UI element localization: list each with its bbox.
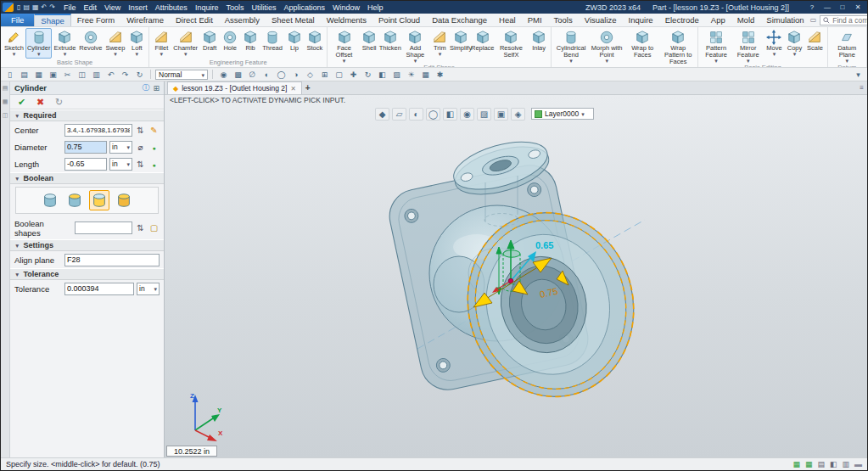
pmi-display-icon[interactable]: ▣ <box>494 108 508 121</box>
menu-window[interactable]: Window <box>333 3 360 12</box>
assembly-panel-icon[interactable]: ◫ <box>3 112 8 119</box>
ribbon-tab-point-cloud[interactable]: Point Cloud <box>372 14 426 26</box>
history-panel-icon[interactable]: ▦ <box>3 98 8 105</box>
zoom-all-icon[interactable]: ⊞ <box>318 70 331 79</box>
regen-icon[interactable]: ↻ <box>133 70 146 79</box>
paste-icon[interactable]: ▥ <box>90 70 103 79</box>
maximize-button[interactable]: □ <box>835 3 850 11</box>
close-tab-icon[interactable] <box>290 84 295 93</box>
filter-dropdown[interactable]: Normal <box>155 70 208 80</box>
shade-icon[interactable]: ◐ <box>260 70 273 79</box>
ribbon-button-draft[interactable]: Draft <box>199 28 220 59</box>
copy-icon[interactable]: ◫ <box>76 70 88 79</box>
ribbon-tab-direct-edit[interactable]: Direct Edit <box>170 14 219 26</box>
ribbon-tab-sheet-metal[interactable]: Sheet Metal <box>266 14 321 26</box>
ribbon-button-thicken[interactable]: Thicken <box>379 28 400 64</box>
wireframe-icon[interactable]: ◯ <box>275 70 288 79</box>
redo-icon[interactable]: ↷ <box>49 3 55 11</box>
diameter-unit-dropdown[interactable]: in <box>109 141 132 154</box>
zoom-window-icon[interactable]: ▢ <box>333 70 345 79</box>
menu-edit[interactable]: Edit <box>83 3 97 12</box>
menu-inquire[interactable]: Inquire <box>195 3 219 12</box>
ribbon-button-extrude[interactable]: Extrude <box>52 28 77 59</box>
lighting-icon[interactable]: ☀ <box>405 70 417 79</box>
ribbon-button-cylinder[interactable]: Cylinder <box>25 28 53 59</box>
ribbon-button-simplify[interactable]: Simplify <box>450 28 471 64</box>
inquire-icon[interactable]: ◉ <box>217 70 230 79</box>
new-icon[interactable]: ▯ <box>3 70 16 79</box>
ribbon-tab-weldments[interactable]: Weldments <box>321 14 372 26</box>
redo-icon[interactable]: ↷ <box>119 70 132 79</box>
boolean-base-icon[interactable] <box>40 190 60 210</box>
pan-icon[interactable]: ✚ <box>347 70 360 79</box>
grid-icon[interactable]: ▦ <box>419 70 432 79</box>
new-file-icon[interactable]: ▯ <box>17 3 20 11</box>
ribbon-button-add-shape[interactable]: Add Shape <box>400 28 429 64</box>
pick-shape-icon[interactable] <box>148 223 160 233</box>
ribbon-button-move[interactable]: Move <box>764 28 784 64</box>
ribbon-button-replace[interactable]: Replace <box>472 28 494 64</box>
section-required[interactable]: Required <box>10 109 164 121</box>
save-icon[interactable]: ▦ <box>32 3 39 11</box>
ribbon-tab-mold[interactable]: Mold <box>731 14 761 26</box>
boolean-shapes-input[interactable] <box>75 221 132 234</box>
perspective-icon[interactable]: ◇ <box>304 70 316 79</box>
customize-toolbar-icon[interactable]: ▾ <box>852 70 865 79</box>
ribbon-style-icon[interactable]: ▭ <box>810 16 817 24</box>
ribbon-button-fillet[interactable]: Fillet <box>151 28 171 59</box>
length-input[interactable] <box>64 158 107 171</box>
document-tab[interactable]: lesson 19.Z3 - [Outlet Housing 2] <box>167 81 302 94</box>
search-input[interactable] <box>832 16 868 25</box>
undo-icon[interactable]: ↶ <box>42 3 48 11</box>
tab-list-icon[interactable]: ≡ <box>860 84 867 92</box>
ribbon-button-datum-plane[interactable]: Datum Plane <box>830 28 865 64</box>
rotate-view-icon[interactable]: ↻ <box>361 70 374 79</box>
ribbon-button-morph-with-point[interactable]: Morph with Point <box>589 28 624 66</box>
hidden-edge-icon[interactable]: ◑ <box>289 70 302 79</box>
ok-button[interactable] <box>15 97 28 107</box>
ribbon-tab-electrode[interactable]: Electrode <box>659 14 705 26</box>
visual-style-icon[interactable]: ▨ <box>477 108 491 121</box>
tolerance-input[interactable] <box>64 283 134 295</box>
ribbon-button-thread[interactable]: Thread <box>260 28 284 59</box>
ribbon-button-hole[interactable]: Hole <box>220 28 240 59</box>
render-options-icon[interactable]: ◈ <box>511 108 525 121</box>
cut-icon[interactable]: ✂ <box>61 70 74 79</box>
menu-applications[interactable]: Applications <box>283 3 325 12</box>
menu-attributes[interactable]: Attributes <box>155 3 188 12</box>
ribbon-button-rib[interactable]: Rib <box>240 28 260 59</box>
resize-grip-icon[interactable]: ▬ <box>854 460 862 468</box>
ribbon-button-stock[interactable]: Stock <box>305 28 325 59</box>
section-view-icon[interactable]: ◧ <box>376 70 389 79</box>
ribbon-button-lip[interactable]: Lip <box>284 28 305 59</box>
layer-dropdown[interactable]: Layer0000 <box>531 108 594 120</box>
ribbon-button-revolve[interactable]: Revolve <box>77 28 104 59</box>
open-icon[interactable]: ▤ <box>18 70 31 79</box>
boolean-remove-icon[interactable] <box>89 190 109 210</box>
ribbon-tab-free-form[interactable]: Free Form <box>71 14 120 26</box>
ribbon-button-face-offset[interactable]: Face Offset <box>329 28 359 64</box>
datum-display-icon[interactable]: ▱ <box>392 108 406 121</box>
ribbon-button-scale[interactable]: Scale <box>804 28 825 64</box>
ribbon-button-pattern-feature[interactable]: Pattern Feature <box>700 28 732 64</box>
info-icon[interactable] <box>142 82 149 93</box>
curvature-icon[interactable]: ◉ <box>460 108 474 121</box>
ribbon-button-wrap-pattern-to-faces[interactable]: Wrap Pattern to Faces <box>660 28 696 66</box>
ribbon-tab-heal[interactable]: Heal <box>493 14 522 26</box>
ribbon-tab-tools[interactable]: Tools <box>548 14 579 26</box>
ribbon-button-trim[interactable]: Trim <box>429 28 450 64</box>
layer-indicator-icon[interactable]: ▦ <box>792 460 800 468</box>
open-file-icon[interactable]: ▤ <box>23 3 30 11</box>
section-icon[interactable]: ◧ <box>443 108 457 121</box>
swap-input-icon[interactable] <box>135 223 146 233</box>
boolean-intersect-icon[interactable] <box>114 190 134 210</box>
outlet-housing-model[interactable]: 0.65 0.75 <box>165 121 868 460</box>
close-button[interactable]: ✕ <box>850 3 865 11</box>
ribbon-tab-data-exchange[interactable]: Data Exchange <box>426 14 493 26</box>
ribbon-button-shell[interactable]: Shell <box>359 28 379 64</box>
ribbon-tab-assembly[interactable]: Assembly <box>219 14 266 26</box>
display-state-icon[interactable]: ▥ <box>842 460 849 468</box>
length-unit-dropdown[interactable]: in <box>109 158 132 171</box>
apply-button[interactable] <box>53 97 65 107</box>
center-input[interactable] <box>64 124 132 137</box>
